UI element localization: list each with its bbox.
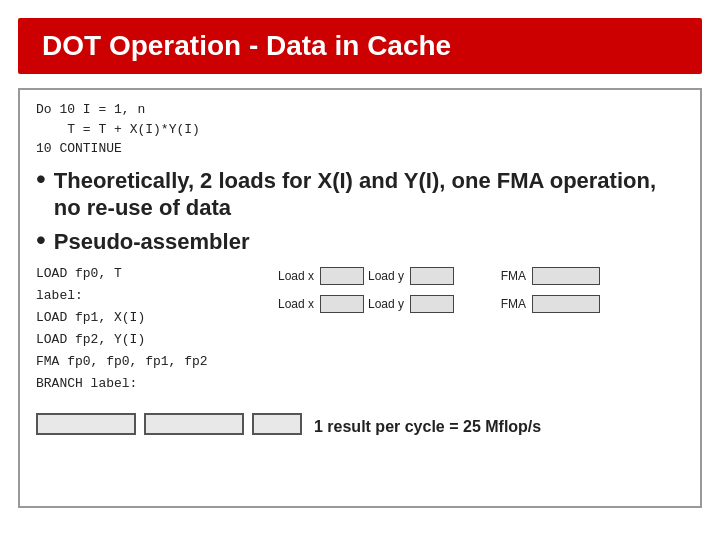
asm-line-1: LOAD fp0, T bbox=[36, 263, 246, 285]
pipeline-row-2: Load x Load y FMA bbox=[276, 295, 600, 313]
asm-line-5: FMA fp0, fp0, fp1, fp2 bbox=[36, 351, 246, 373]
bullet-text-2: Pseudo-assembler bbox=[54, 228, 250, 256]
slide: DOT Operation - Data in Cache Do 10 I = … bbox=[0, 18, 720, 540]
pipe-box-fma-2 bbox=[532, 295, 600, 313]
code-line1: Do 10 I = 1, n bbox=[36, 102, 145, 117]
asm-code: LOAD fp0, T label: LOAD fp1, X(I) LOAD f… bbox=[36, 263, 246, 396]
bullet-dot-1: • bbox=[36, 165, 46, 193]
bullet-section: • Theoretically, 2 loads for X(I) and Y(… bbox=[36, 167, 684, 256]
bullet-dot-2: • bbox=[36, 226, 46, 254]
bullet-item-1: • Theoretically, 2 loads for X(I) and Y(… bbox=[36, 167, 684, 222]
asm-line-2: label: bbox=[36, 285, 246, 307]
pipe-box-loady-2 bbox=[410, 295, 454, 313]
bullet-text-1: Theoretically, 2 loads for X(I) and Y(I)… bbox=[54, 167, 684, 222]
code-line2: T = T + X(I)*Y(I) bbox=[67, 122, 200, 137]
asm-line-4: LOAD fp2, Y(I) bbox=[36, 329, 246, 351]
pipeline-row-1: Load x Load y FMA bbox=[276, 267, 600, 285]
pipe-label-loadx-1: Load x bbox=[276, 269, 314, 283]
bottom-box-2 bbox=[144, 413, 244, 435]
code-block: Do 10 I = 1, n T = T + X(I)*Y(I) 10 CONT… bbox=[36, 100, 684, 159]
bottom-box-3 bbox=[252, 413, 302, 435]
asm-line-6: BRANCH label: bbox=[36, 373, 246, 395]
pipe-label-loady-1: Load y bbox=[366, 269, 404, 283]
result-line: 1 result per cycle = 25 Mflop/s bbox=[314, 418, 541, 436]
pipe-label-loadx-2: Load x bbox=[276, 297, 314, 311]
code-line3: 10 CONTINUE bbox=[36, 141, 122, 156]
pipe-box-loadx-1 bbox=[320, 267, 364, 285]
pipe-box-fma-1 bbox=[532, 267, 600, 285]
pipe-label-loady-2: Load y bbox=[366, 297, 404, 311]
asm-section: LOAD fp0, T label: LOAD fp1, X(I) LOAD f… bbox=[36, 263, 684, 396]
pipe-label-fma-1: FMA bbox=[488, 269, 526, 283]
pipe-label-fma-2: FMA bbox=[488, 297, 526, 311]
pipeline-area: Load x Load y FMA Load x Load y FMA bbox=[276, 267, 600, 396]
bullet-item-2: • Pseudo-assembler bbox=[36, 228, 684, 256]
pipe-box-loadx-2 bbox=[320, 295, 364, 313]
bottom-box-1 bbox=[36, 413, 136, 435]
slide-title: DOT Operation - Data in Cache bbox=[18, 18, 702, 74]
bottom-boxes bbox=[36, 413, 302, 435]
asm-line-3: LOAD fp1, X(I) bbox=[36, 307, 246, 329]
pipe-box-loady-1 bbox=[410, 267, 454, 285]
content-box: Do 10 I = 1, n T = T + X(I)*Y(I) 10 CONT… bbox=[18, 88, 702, 508]
